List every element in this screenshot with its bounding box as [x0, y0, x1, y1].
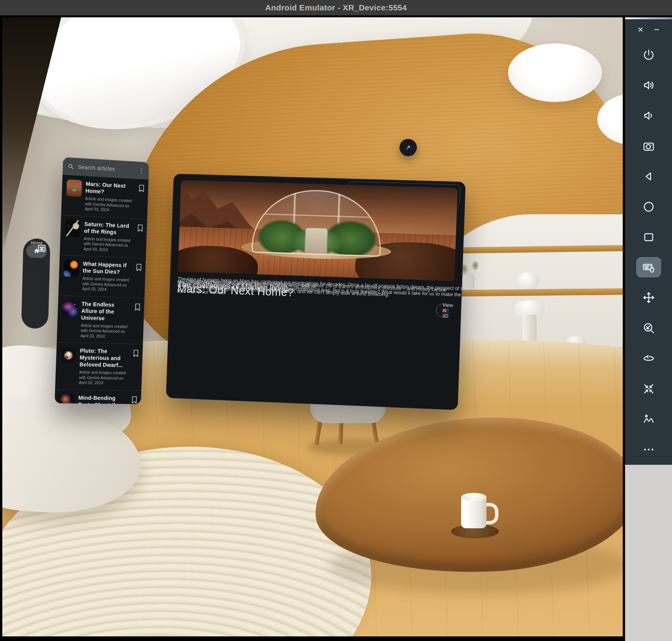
article-item-title: What Happens if the Sun Dies?: [83, 260, 132, 275]
volume-down-button[interactable]: [625, 100, 672, 131]
list-item-mars[interactable]: Mars: Our Next Home? Article and images …: [61, 175, 149, 219]
overflow-menu-icon[interactable]: ⋮: [138, 167, 145, 174]
library-panel: Search articles ⋮ Mars: Our Next Home? A…: [55, 157, 149, 404]
view-in-3d-label: View in 3D: [442, 302, 453, 319]
expand-icon: [405, 144, 411, 151]
keyboard-mouse-input-button[interactable]: [625, 252, 672, 283]
environment-terrain-icon: [642, 413, 655, 426]
recenter-button[interactable]: [625, 374, 672, 404]
app-dock: Home: [21, 238, 50, 329]
article-item-subtitle: Article and images created with Gemini A…: [85, 196, 134, 214]
emulator-window: Android Emulator - XR_Device:5554: [0, 0, 672, 641]
keyboard-mouse-icon: [642, 261, 655, 274]
article-thumbnail: [59, 394, 75, 404]
article-item-subtitle: Article and images created with Gemini A…: [82, 276, 132, 293]
screenshot-button[interactable]: [625, 131, 672, 161]
article-thumbnail: [60, 347, 76, 364]
zoom-arrow-icon: [642, 322, 655, 334]
back-button[interactable]: [625, 161, 672, 192]
rotate-view-button[interactable]: [625, 343, 672, 374]
move-icon: [642, 291, 655, 304]
article-item-title: Pluto: The Mysterious and Beloved Dwarf.…: [79, 347, 129, 369]
environment-button[interactable]: [625, 404, 672, 434]
article-thumbnail: [66, 179, 82, 197]
dome-frame-band: [254, 213, 381, 218]
minimize-icon[interactable]: −: [654, 25, 659, 34]
overview-square-icon: [642, 231, 655, 244]
article-thumbnail: [65, 219, 81, 237]
article-thumbnail: [62, 300, 78, 317]
more-options-button[interactable]: [625, 434, 672, 465]
bookmark-icon[interactable]: [131, 396, 137, 404]
panel-expand-button[interactable]: [400, 139, 417, 156]
zoom-button[interactable]: [625, 313, 672, 343]
list-item-sun[interactable]: What Happens if the Sun Dies? Article an…: [59, 255, 146, 298]
view-in-3d-button[interactable]: View in 3D: [436, 304, 449, 317]
search-input[interactable]: Search articles: [78, 164, 134, 173]
volume-up-button[interactable]: [625, 70, 672, 100]
rail-top-highlight: [625, 17, 672, 19]
volume-up-icon: [642, 79, 655, 92]
emulator-control-rail: × −: [625, 17, 672, 465]
mug-opening: [461, 493, 486, 501]
list-item-mind-bending[interactable]: Mind-Bending Facts About the Universe: [55, 389, 141, 404]
bookmark-icon[interactable]: [134, 303, 140, 311]
pendant-lamp-large: [508, 43, 602, 102]
bookmark-icon[interactable]: [137, 224, 143, 232]
list-item-saturn[interactable]: Saturn: The Lord of the Rings Article an…: [60, 215, 147, 258]
bookmark-icon[interactable]: [133, 349, 139, 357]
dome-door: [304, 227, 328, 254]
bookmark-icon[interactable]: [139, 184, 145, 192]
article-item-subtitle: Article and images created with Gemini A…: [79, 370, 129, 386]
bookmark-icon[interactable]: [136, 264, 142, 271]
rail-lower-background: [625, 465, 672, 641]
title-bar[interactable]: Android Emulator - XR_Device:5554: [0, 0, 672, 15]
close-icon[interactable]: ×: [638, 25, 643, 34]
small-vase: [463, 274, 474, 290]
move-window-button[interactable]: [625, 282, 672, 313]
rotate-orbit-icon: [642, 352, 655, 365]
volume-down-icon: [642, 109, 655, 122]
article-item-subtitle: Article and images created with Gemini A…: [80, 323, 130, 339]
recenter-icon: [642, 382, 655, 395]
back-triangle-icon: [642, 170, 655, 183]
article-item-subtitle: Article and images created with Gemini A…: [84, 236, 133, 254]
hero-image-mars-habitat: [178, 180, 458, 281]
round-vase: [517, 272, 540, 290]
article-item-title: The Endless Allure of the Universe: [81, 300, 131, 322]
overview-button[interactable]: [625, 222, 672, 252]
article-thumbnail: [64, 260, 79, 277]
power-button[interactable]: [625, 40, 672, 70]
home-button[interactable]: [625, 192, 672, 222]
toolbar-window-controls: × −: [625, 20, 672, 40]
xr-scene-viewport[interactable]: Home Search articles: [2, 17, 623, 636]
search-icon: [67, 163, 74, 170]
more-dots-icon: [642, 443, 655, 456]
article-item-title: Mind-Bending Facts About the Universe: [78, 394, 128, 404]
window-title: Android Emulator - XR_Device:5554: [265, 3, 407, 12]
chair-leg: [338, 420, 343, 444]
article-item-title: Saturn: The Lord of the Rings: [84, 220, 134, 237]
article-panel: A Article and images created with Gemini…: [166, 174, 466, 410]
article-item-title: Mars: Our Next Home?: [85, 180, 135, 197]
home-circle-icon: [642, 200, 655, 213]
list-item-pluto[interactable]: Pluto: The Mysterious and Beloved Dwarf.…: [55, 342, 143, 391]
power-icon: [642, 48, 655, 61]
camera-icon: [642, 140, 655, 152]
list-item-universe[interactable]: The Endless Allure of the Universe Artic…: [57, 295, 144, 344]
video-icon: [37, 243, 47, 254]
